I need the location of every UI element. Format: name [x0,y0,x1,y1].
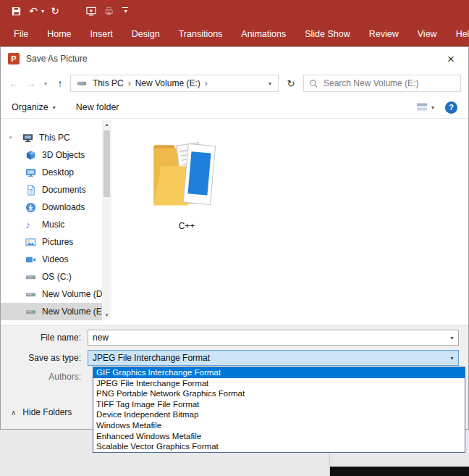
change-view-button[interactable]: ▾ [416,102,434,112]
save-type-option-png[interactable]: PNG Portable Network Graphics Format [93,388,465,399]
sidebar-item-desktop[interactable]: Desktop [1,164,102,181]
file-name-input[interactable] [88,333,446,343]
sidebar-item-new-volume-d[interactable]: New Volume (D: [1,285,102,303]
breadcrumb-this-pc[interactable]: This PC [90,78,127,88]
sidebar-item-this-pc[interactable]: ▾ This PC [1,129,102,146]
breadcrumb-new-volume-e[interactable]: New Volume (E:) [132,78,203,88]
dialog-title: Save As Picture [26,54,88,64]
bottom-black-bar [330,467,469,476]
up-icon[interactable]: ↑ [53,78,67,89]
save-type-option-bmp[interactable]: Device Independent Bitmap [93,409,465,420]
recent-locations-icon[interactable]: ▾ [41,80,50,87]
picture-icon [25,237,36,248]
chevron-down-icon[interactable]: ▾ [446,355,458,362]
scrollbar-thumb[interactable] [103,130,110,197]
expand-chevron-icon[interactable]: ▾ [9,135,17,141]
sidebar-item-label: OS (C:) [42,272,72,282]
file-browser-content: ▾ This PC 3D Objects Desktop [1,119,468,326]
sidebar-scrollbar[interactable]: ▴ ▾ [102,120,111,320]
save-type-option-jpeg[interactable]: JPEG File Interchange Format [93,378,465,389]
start-slideshow-icon[interactable] [83,2,100,20]
new-folder-button[interactable]: New folder [76,102,119,112]
location-drive-icon [77,78,87,88]
command-bar-right: ▾ ? [416,101,457,114]
computer-icon [22,133,33,143]
powerpoint-ribbon: ↶ ▾ ↻ ▾ File Home Insert Design Transiti… [0,0,469,46]
chevron-down-icon[interactable]: ▾ [446,335,458,341]
document-icon [25,185,36,196]
sidebar-item-documents[interactable]: Documents [1,181,102,199]
hide-folders-button[interactable]: ∧ Hide Folders [11,407,72,417]
customize-quick-access-toolbar-icon[interactable]: ▾ [117,2,133,20]
ribbon-tab-slide-show[interactable]: Slide Show [295,22,360,46]
print-preview-icon[interactable] [100,2,117,20]
ribbon-tab-home[interactable]: Home [38,22,80,46]
save-as-type-dropdown: GIF Graphics Interchange Format JPEG Fil… [93,367,465,453]
save-type-option-svg[interactable]: Scalable Vector Graphics Format [93,441,465,452]
sidebar-item-label: Pictures [42,237,73,247]
drive-icon [25,272,36,283]
save-as-type-value: JPEG File Interchange Format [88,353,446,363]
file-name-combobox[interactable]: ▾ [88,330,459,346]
navigation-pane: ▾ This PC 3D Objects Desktop [1,119,102,325]
drive-icon [25,289,36,300]
dialog-titlebar: P Save As Picture × [1,47,468,70]
scroll-down-icon[interactable]: ▾ [106,311,109,320]
sidebar-item-os-c[interactable]: OS (C:) [1,268,102,285]
refresh-icon[interactable]: ↻ [282,78,300,89]
command-bar: Organize ▾ New folder ▾ ? [1,96,468,119]
sidebar-item-music[interactable]: ♪ Music [1,216,102,233]
save-icon[interactable] [7,2,25,20]
sidebar-item-new-volume-e[interactable]: New Volume (E:) [1,303,102,320]
folder-item-cpp[interactable]: C++ [146,138,227,231]
close-icon[interactable]: × [441,53,461,65]
ribbon-tab-view[interactable]: View [408,22,447,46]
chevron-up-icon: ∧ [11,409,16,417]
ribbon-tab-review[interactable]: Review [360,22,408,46]
forward-icon[interactable]: → [24,78,38,89]
search-icon [309,79,318,88]
ribbon-tab-help[interactable]: Help [447,22,469,46]
save-type-option-gif[interactable]: GIF Graphics Interchange Format [93,367,465,378]
chevron-down-icon: ▾ [53,104,56,111]
sidebar-item-label: New Volume (D: [42,289,102,299]
ribbon-tab-insert[interactable]: Insert [81,22,122,46]
breadcrumb-separator-icon[interactable]: › [203,78,209,88]
sidebar-item-label: 3D Objects [42,150,85,160]
ribbon-tab-animations[interactable]: Animations [232,22,295,46]
save-type-option-emf[interactable]: Enhanced Windows Metafile [93,431,465,442]
breadcrumb-separator-icon[interactable]: › [127,78,132,88]
drive-icon [25,306,36,317]
search-box [303,75,461,92]
save-as-type-combobox[interactable]: JPEG File Interchange Format ▾ [88,350,459,366]
ribbon-tab-file[interactable]: File [4,22,38,46]
chevron-down-icon: ▾ [431,104,434,111]
ribbon-tab-design[interactable]: Design [122,22,169,46]
hide-folders-label: Hide Folders [22,407,72,417]
search-input[interactable] [324,78,455,88]
save-type-option-tiff[interactable]: TIFF Tag Image File Format [93,399,465,410]
address-dropdown-icon[interactable]: ▾ [269,80,275,87]
ribbon-tab-transitions[interactable]: Transitions [169,22,232,46]
back-icon[interactable]: ← [7,78,21,89]
sidebar-item-downloads[interactable]: Downloads [1,199,102,216]
sidebar-item-label: Videos [42,254,68,264]
views-icon [416,102,428,112]
music-note-icon: ♪ [25,220,36,230]
sidebar-item-label: Desktop [42,167,74,178]
sidebar-item-3d-objects[interactable]: 3D Objects [1,146,102,164]
folder-with-documents-icon [149,138,224,219]
scroll-up-icon[interactable]: ▴ [106,120,109,129]
authors-label: Authors: [1,372,88,382]
quick-access-toolbar: ↶ ▾ ↻ ▾ [0,0,469,22]
folder-name-label: C++ [146,221,227,231]
sidebar-item-videos[interactable]: Videos [1,251,102,268]
save-type-option-wmf[interactable]: Windows Metafile [93,420,465,431]
desktop-icon [25,167,36,178]
redo-icon[interactable]: ↻ [46,2,64,20]
organize-button[interactable]: Organize ▾ [12,102,56,112]
undo-dropdown-icon[interactable]: ▾ [39,2,46,20]
sidebar-item-pictures[interactable]: Pictures [1,233,102,251]
help-icon[interactable]: ? [445,101,457,114]
download-icon [25,202,36,213]
